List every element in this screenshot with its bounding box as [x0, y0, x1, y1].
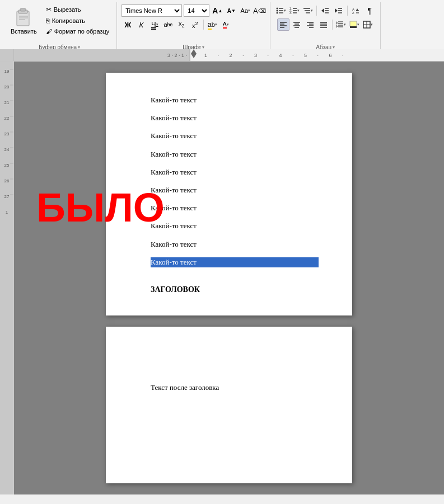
- line-spacing-icon: [336, 21, 344, 29]
- ruler-indent-marker[interactable]: [190, 49, 197, 62]
- paragraph-row2: ▾ ▾ ▾: [277, 18, 374, 31]
- font-shrink-button[interactable]: A▼: [225, 4, 237, 17]
- multilevel-list-button[interactable]: ▾: [302, 4, 314, 17]
- ruler-left-gray: 3 · 2 · 1 ·: [14, 49, 190, 61]
- align-left-icon: [279, 21, 287, 29]
- align-separator: [332, 20, 333, 30]
- sort-button[interactable]: A Z: [350, 4, 362, 17]
- para-separator2: [347, 6, 348, 16]
- svg-text:24: 24: [4, 147, 10, 152]
- svg-rect-61: [0, 62, 14, 494]
- justify-button[interactable]: [317, 18, 330, 31]
- font-color-icon: A: [223, 21, 227, 29]
- numbered-list-button[interactable]: 1. 2. 3. ▾: [288, 4, 301, 17]
- decrease-indent-button[interactable]: [319, 4, 331, 17]
- scissors-icon: ✂: [46, 6, 52, 13]
- strikethrough-button[interactable]: abc: [162, 18, 174, 31]
- sort-icon: A Z: [352, 7, 360, 15]
- borders-button[interactable]: ▾: [362, 18, 374, 31]
- line-spacing-button[interactable]: ▾: [335, 18, 347, 31]
- paintbrush-icon: 🖌: [46, 28, 52, 35]
- subscript-button[interactable]: x2: [175, 18, 188, 31]
- paste-button[interactable]: Вставить: [7, 4, 41, 37]
- change-case-button[interactable]: Aa▾: [239, 4, 251, 17]
- bold-button[interactable]: Ж: [121, 18, 134, 31]
- shading-button[interactable]: ▾: [348, 18, 361, 31]
- align-center-button[interactable]: [291, 18, 303, 31]
- clear-format-button[interactable]: A⌫: [253, 4, 265, 17]
- ruler-corner: [0, 49, 14, 61]
- page-text-line: Какой-то текст: [151, 257, 319, 267]
- svg-text:21: 21: [4, 100, 10, 105]
- pilcrow-icon: ¶: [368, 6, 372, 15]
- decrease-indent-icon: [321, 7, 329, 15]
- superscript-icon: x2: [192, 21, 198, 29]
- font-separator: [203, 20, 204, 30]
- paste-label: Вставить: [11, 28, 37, 35]
- format-painter-button[interactable]: 🖌 Формат по образцу: [43, 27, 113, 36]
- page-text-line: Какой-то текст: [151, 185, 319, 195]
- indent-top-icon: [191, 49, 197, 54]
- font-size-select[interactable]: 14: [184, 4, 209, 17]
- page-text-line: Какой-то текст: [151, 167, 319, 177]
- ruler-white: · 1 · 2 · 3 · 4 · 5 · 6 ·: [190, 49, 444, 61]
- svg-text:25: 25: [4, 163, 10, 168]
- page-text-line: Какой-то текст: [151, 221, 319, 231]
- bullet-list-button[interactable]: ▾: [275, 4, 287, 17]
- svg-text:23: 23: [4, 131, 10, 136]
- strikethrough-label: bc: [167, 22, 173, 27]
- font-grow-button[interactable]: A▲: [211, 4, 223, 17]
- svg-text:20: 20: [4, 84, 10, 90]
- font-grow-icon: A: [212, 6, 218, 15]
- clipboard-group: Вставить ✂ Вырезать ⎘ Копировать 🖌 Форма…: [2, 2, 117, 51]
- svg-point-8: [277, 10, 278, 12]
- clipboard-small-buttons: ✂ Вырезать ⎘ Копировать 🖌 Формат по обра…: [43, 4, 113, 36]
- align-right-icon: [306, 21, 314, 29]
- font-group: Times New R 14 A▲ A▼ Aa▾ A⌫: [117, 2, 270, 51]
- svg-rect-56: [350, 21, 357, 26]
- cut-button[interactable]: ✂ Вырезать: [43, 4, 113, 15]
- svg-point-6: [277, 8, 278, 10]
- paragraph-group: ▾ 1. 2. 3. ▾: [270, 2, 381, 51]
- canvas-area: БЫЛО Какой-то текстКакой-то текстКакой-т…: [14, 62, 444, 494]
- text-highlight-button[interactable]: ab▾: [206, 18, 218, 31]
- multilevel-list-icon: [303, 7, 311, 15]
- copy-label: Копировать: [52, 17, 85, 24]
- font-shrink-icon: A: [227, 8, 231, 14]
- font-format-row: Ж К Ч ▾ abc x2 x2 ab▾: [121, 18, 232, 31]
- paste-icon: [14, 7, 33, 28]
- svg-marker-33: [356, 8, 358, 11]
- heading: ЗАГОЛОВОК: [151, 284, 319, 295]
- vertical-ruler: 19 20 21 22 23 24 25 26 27 1: [0, 62, 14, 494]
- align-right-button[interactable]: [304, 18, 316, 31]
- increase-indent-button[interactable]: [333, 4, 345, 17]
- page-text-line: Какой-то текст: [151, 203, 319, 213]
- font-name-row: Times New R 14 A▲ A▼ Aa▾ A⌫: [121, 4, 265, 17]
- svg-text:1: 1: [6, 210, 8, 215]
- superscript-button[interactable]: x2: [189, 18, 201, 31]
- svg-marker-54: [336, 21, 338, 25]
- eraser-icon: ⌫: [258, 8, 266, 14]
- grow-arrow-icon: ▲: [218, 8, 222, 13]
- underline-button[interactable]: Ч ▾: [148, 18, 161, 31]
- align-left-button[interactable]: [277, 18, 289, 31]
- ribbon: Вставить ✂ Вырезать ⎘ Копировать 🖌 Форма…: [0, 0, 444, 49]
- font-color-button[interactable]: A▾: [219, 18, 232, 31]
- show-marks-button[interactable]: ¶: [363, 4, 376, 17]
- copy-button[interactable]: ⎘ Копировать: [43, 16, 113, 26]
- italic-button[interactable]: К: [135, 18, 147, 31]
- page2-text: Текст после заголовка: [151, 383, 319, 393]
- font-name-select[interactable]: Times New R: [121, 4, 182, 17]
- justify-icon: [320, 21, 328, 29]
- svg-marker-21: [321, 8, 324, 13]
- page-2: Текст после заголовка: [106, 327, 352, 483]
- para-separator1: [316, 6, 317, 16]
- svg-text:27: 27: [4, 194, 10, 199]
- svg-marker-55: [336, 25, 338, 28]
- page-text-line: Какой-то текст: [151, 239, 319, 249]
- svg-marker-25: [335, 8, 338, 13]
- shrink-arrow-icon: ▼: [231, 8, 236, 13]
- svg-text:3.: 3.: [289, 11, 292, 15]
- page-text-line: Какой-то текст: [151, 131, 319, 141]
- main-area: 19 20 21 22 23 24 25 26 27 1 БЫЛО: [0, 62, 444, 494]
